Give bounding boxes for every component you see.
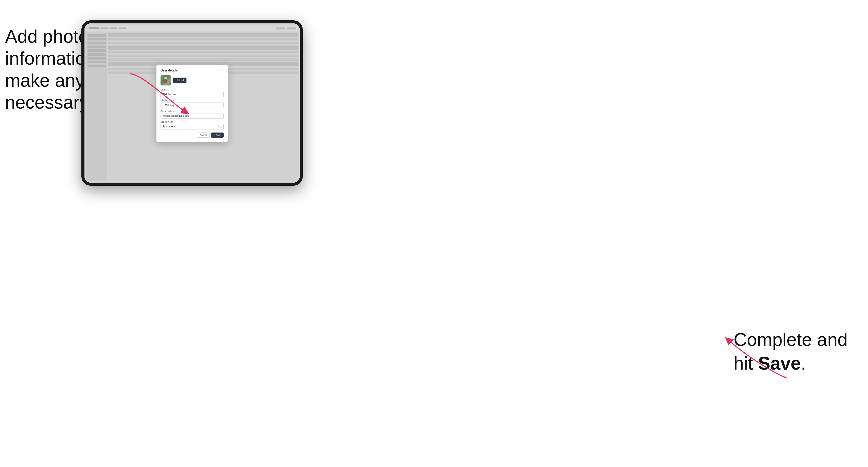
annotation-right-end: .	[801, 353, 806, 373]
annotation-left-line3: make any	[5, 70, 85, 91]
cancel-button[interactable]: Cancel	[197, 132, 210, 137]
left-arrow	[122, 66, 193, 122]
select-controls: × ▲ ▼	[218, 125, 222, 128]
school-year-value: Fourth Year	[162, 125, 218, 128]
select-clear-icon[interactable]: ×	[218, 125, 219, 128]
modal-footer: Cancel ↑ Save	[160, 132, 224, 137]
modal-close-button[interactable]: ×	[220, 69, 224, 72]
save-button-label: Save	[216, 134, 221, 136]
right-arrow	[713, 332, 794, 383]
save-icon: ↑	[214, 134, 215, 136]
save-button[interactable]: ↑ Save	[211, 132, 224, 137]
school-year-select[interactable]: Fourth Year × ▲ ▼	[160, 124, 224, 129]
select-arrows-icon: ▲ ▼	[220, 125, 222, 128]
